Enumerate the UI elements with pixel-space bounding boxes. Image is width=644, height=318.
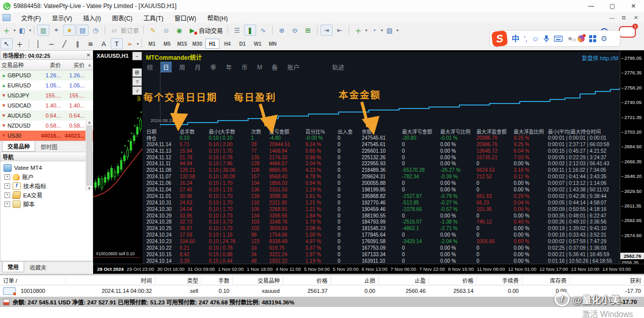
scroll-up-icon[interactable]: ▲ — [86, 63, 93, 67]
mdi-restore-button[interactable]: ⧉ — [620, 15, 628, 21]
text-label-icon[interactable]: T — [111, 38, 123, 49]
sidebar-item-server[interactable]: Vatee MT4 — [1, 163, 93, 172]
tile-windows-icon[interactable]: ⊞ — [302, 25, 314, 36]
orders-header-cell[interactable]: 获利 — [570, 276, 644, 284]
skin-icon[interactable] — [578, 35, 585, 42]
mdi-close-button[interactable]: ✕ — [632, 15, 640, 21]
zoom-in-icon[interactable]: ⊕ — [276, 25, 288, 36]
orders-header-cell[interactable]: 价格 — [429, 276, 476, 284]
indicators-icon[interactable]: ＋ — [352, 25, 364, 36]
autotrade-label[interactable]: 自动交易 — [199, 26, 223, 35]
orders-header-cell[interactable]: 交易品种 — [232, 276, 283, 284]
equidistant-channel-icon[interactable]: ∥ — [71, 38, 84, 49]
orders-header-cell[interactable]: 止盈 — [378, 276, 429, 284]
strategy-tester-icon[interactable]: ◷ — [90, 25, 102, 36]
market-watch-row[interactable]: ▲EURUSD1.05...1.05... — [0, 80, 93, 90]
text-icon[interactable]: A — [98, 38, 110, 49]
login-account-icon[interactable]: ☻15 — [567, 36, 573, 41]
table-row[interactable]: 2024.11.1221.780.10 | 0.781352176.330.98… — [146, 154, 620, 161]
expand-plus-icon[interactable]: + — [5, 201, 10, 207]
table-row[interactable]: 2024.11.08126.210.10 | 30.001088865.054.… — [146, 167, 620, 173]
punctuation-icon[interactable]: ’, — [524, 35, 527, 42]
timeframe-d1[interactable]: D1 — [235, 39, 250, 49]
orders-header-cell[interactable]: 价格 — [283, 276, 331, 284]
emoji-icon[interactable]: ☺ — [532, 35, 539, 42]
orders-header-cell[interactable]: 手数 — [201, 276, 232, 284]
table-row[interactable]: 2024.10.3024.040.10 | 1.701052268.911.21… — [146, 206, 620, 213]
table-row[interactable]: 2024.10.3124.630.10 | 1.701322311.001.21… — [146, 199, 620, 206]
notification-bubble-icon[interactable] — [619, 26, 636, 38]
bar-chart-icon[interactable]: ☰ — [231, 25, 243, 36]
expand-plus-icon[interactable]: + — [5, 192, 10, 198]
dropdown-arrow-icon[interactable]: ▾ — [29, 28, 31, 33]
autotrade-icon[interactable]: ▶ — [186, 25, 198, 36]
dropdown-arrow-icon[interactable]: ▾ — [14, 28, 16, 33]
menu-item-5[interactable]: 窗口(W) — [169, 14, 202, 22]
menu-item-6[interactable]: 帮助(H) — [202, 14, 233, 22]
orders-header-cell[interactable]: 止损 — [331, 276, 378, 284]
dropdown-arrow-icon[interactable]: ▾ — [137, 42, 139, 46]
indicator-minimize-button[interactable]: – — [132, 52, 142, 60]
table-row[interactable]: 2024.10.226.210.10 | 0.7833619.750.37 %0… — [146, 245, 620, 251]
profiles-icon[interactable]: ◧ — [16, 25, 28, 36]
timeframe-w1[interactable]: W1 — [251, 39, 265, 49]
new-order-label[interactable]: 新订单 — [121, 26, 139, 35]
tab-favorites[interactable]: 收藏夹 — [24, 262, 52, 273]
cursor-icon[interactable]: ↖ — [1, 38, 13, 49]
overlay-help-button[interactable]: ? — [132, 77, 142, 86]
fupanxia-link[interactable]: 复盘侠 http://M — [582, 54, 618, 62]
timeframe-m15[interactable]: M15 — [175, 39, 189, 49]
menu-item-3[interactable]: 图表(C) — [107, 14, 138, 22]
table-row[interactable]: 2024.11.145.710.10 | 2.002820944.519.24 … — [146, 141, 620, 148]
terminal-toggle-icon[interactable]: ▤ — [76, 25, 89, 36]
close-button[interactable]: ✕ — [623, 0, 644, 12]
timeframe-m1[interactable]: M1 — [145, 39, 159, 49]
keyboard-icon[interactable] — [554, 36, 562, 42]
crosshair-icon[interactable]: ＋ — [14, 38, 26, 49]
table-row[interactable]: 2024.11.0130.960.10 | 1.701393098.361.61… — [146, 193, 620, 199]
navigator-icon[interactable]: ★ — [63, 25, 75, 36]
sidebar-item-experts[interactable]: +EA交易 — [1, 190, 93, 199]
microphone-icon[interactable] — [543, 35, 549, 43]
table-row[interactable]: 2024.11.0616.240.10 | 1.701041856.030.94… — [146, 180, 620, 186]
orders-header-cell[interactable]: 时间 — [65, 276, 155, 284]
tab-symbols[interactable]: 交易品种 — [2, 141, 35, 152]
market-watch-row[interactable]: ▼USDJPY155....155.... — [0, 90, 93, 100]
horizontal-line-icon[interactable]: ─ — [45, 38, 57, 49]
trendline-icon[interactable]: ╱ — [58, 38, 70, 49]
timeframe-m5[interactable]: M5 — [160, 39, 174, 49]
time-axis[interactable]: 29 Oct 202429 Oct 23:0030 Oct 16:0031 Oc… — [93, 264, 644, 274]
table-row[interactable]: 2024.11.1144.940.10 | 7.961394466.572.04… — [146, 160, 620, 167]
timeframe-h1[interactable]: H1 — [205, 39, 219, 49]
arrows-icon[interactable]: ➢ — [124, 38, 136, 49]
orders-header-cell[interactable]: 库存费 — [522, 276, 570, 284]
sogou-logo-icon[interactable]: S — [492, 30, 508, 47]
table-row[interactable]: 2024.10.2417.580.10 | 1.15981754.061.00 … — [146, 232, 620, 238]
table-row[interactable]: 2024.10.143.390.15 | 0.44481932.221.19 %… — [146, 258, 620, 264]
orders-header-cell[interactable]: 手续费 — [476, 276, 522, 284]
dropdown-arrow-icon[interactable]: ▾ — [396, 28, 398, 33]
sidebar-item-indicators[interactable]: +f技术指标 — [1, 181, 93, 190]
market-watch-close-icon[interactable]: ✕ — [87, 52, 91, 58]
market-watch-icon[interactable]: ▥ — [37, 25, 49, 36]
market-watch-row[interactable]: ▼NZDUSD0.58...0.58... — [0, 121, 93, 131]
timeframe-h4[interactable]: H4 — [220, 39, 234, 49]
menu-item-1[interactable]: 显示(V) — [46, 14, 77, 22]
market-watch-row[interactable]: ▼USDCAD1.40...1.40... — [0, 100, 93, 111]
table-row[interactable]: 2024.10.2832.730.10 | 3.731033248.761.79… — [146, 219, 620, 225]
table-row[interactable]: 2024.11.07132.580.10 | 30.001579568.434.… — [146, 173, 620, 180]
periods-icon[interactable]: ◔ — [368, 25, 380, 36]
settings-gear-icon[interactable]: ⚙ — [601, 35, 607, 42]
table-row[interactable]: 2024.10.158.420.15 | 0.98343222.241.97 %… — [146, 251, 620, 258]
orders-header-cell[interactable]: 订单 / — [0, 276, 65, 284]
minimize-button[interactable]: — — [581, 0, 602, 12]
dropdown-arrow-icon[interactable]: ▾ — [381, 28, 383, 33]
mdi-minimize-button[interactable]: — — [608, 15, 616, 21]
new-chart-icon[interactable]: ＋ — [1, 25, 13, 36]
zoom-out-icon[interactable]: ⊖ — [289, 25, 301, 36]
chinese-mode-icon[interactable]: 中 — [512, 35, 519, 42]
styler-icon[interactable]: ✎ — [147, 25, 159, 36]
metaeditor-icon[interactable]: ☺ — [160, 25, 172, 36]
orders-header-cell[interactable]: 类型 — [155, 276, 201, 284]
maximize-button[interactable]: ▢ — [602, 0, 623, 12]
